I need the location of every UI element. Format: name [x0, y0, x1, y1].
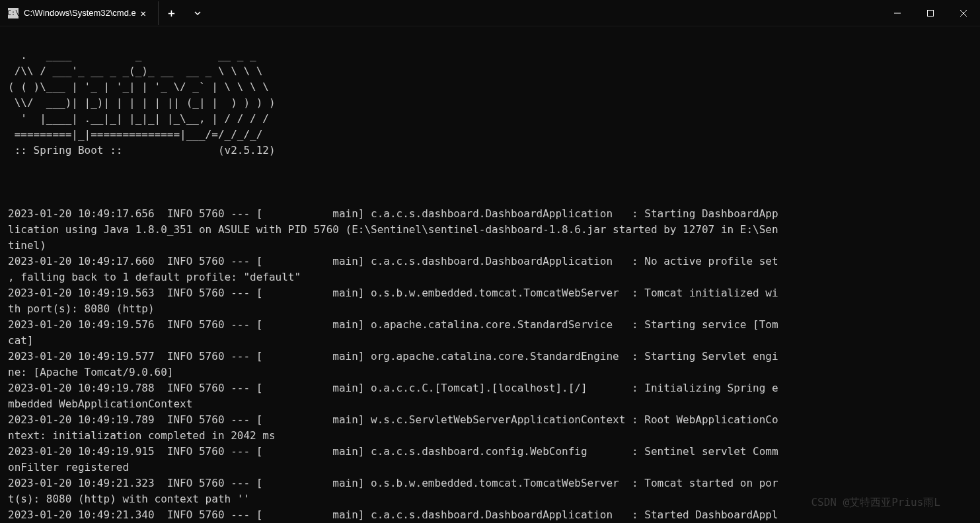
- terminal-output[interactable]: . ____ _ __ _ _ /\\ / ___'_ __ _ _(_)_ _…: [0, 26, 980, 523]
- log-lines: 2023-01-20 10:49:17.656 INFO 5760 --- [ …: [8, 206, 972, 523]
- log-line: 2023-01-20 10:49:17.660 INFO 5760 --- [ …: [8, 254, 972, 285]
- maximize-button[interactable]: [914, 0, 947, 26]
- log-line: 2023-01-20 10:49:19.788 INFO 5760 --- [ …: [8, 380, 972, 412]
- svg-rect-1: [928, 10, 934, 16]
- terminal-tab[interactable]: C:\ C:\Windows\System32\cmd.e ✕: [0, 1, 159, 25]
- spring-boot-banner: . ____ _ __ _ _ /\\ / ___'_ __ _ _(_)_ _…: [8, 48, 972, 158]
- tab-title: C:\Windows\System32\cmd.e: [24, 8, 137, 18]
- cmd-icon: C:\: [8, 8, 19, 18]
- minimize-button[interactable]: [881, 0, 914, 26]
- tab-dropdown-button[interactable]: [184, 0, 211, 26]
- log-line: 2023-01-20 10:49:19.915 INFO 5760 --- [ …: [8, 444, 972, 475]
- minimize-icon: [893, 9, 901, 17]
- blank-line: [8, 174, 972, 190]
- log-line: 2023-01-20 10:49:19.789 INFO 5760 --- [ …: [8, 412, 972, 444]
- close-window-button[interactable]: [947, 0, 980, 26]
- log-line: 2023-01-20 10:49:19.577 INFO 5760 --- [ …: [8, 349, 972, 380]
- window-controls: [881, 0, 980, 26]
- chevron-down-icon: [194, 9, 202, 17]
- log-line: 2023-01-20 10:49:17.656 INFO 5760 --- [ …: [8, 206, 972, 254]
- new-tab-button[interactable]: +: [159, 0, 184, 26]
- log-line: 2023-01-20 10:49:19.576 INFO 5760 --- [ …: [8, 317, 972, 349]
- close-icon: [960, 9, 967, 17]
- maximize-icon: [926, 9, 934, 17]
- watermark: CSDN @艾特西亚Prius雨L: [811, 496, 940, 510]
- log-line: 2023-01-20 10:49:19.563 INFO 5760 --- [ …: [8, 285, 972, 317]
- titlebar: C:\ C:\Windows\System32\cmd.e ✕ +: [0, 0, 980, 26]
- close-tab-icon[interactable]: ✕: [137, 7, 150, 20]
